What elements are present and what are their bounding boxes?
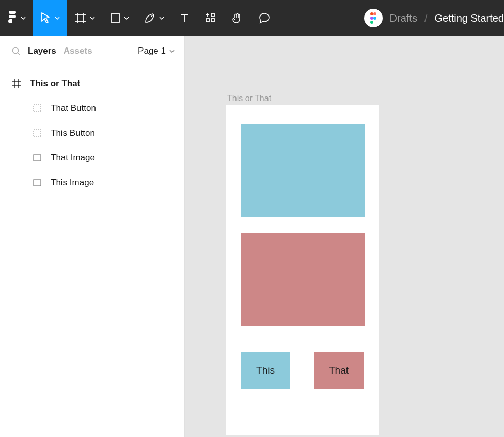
chevron-down-icon (124, 17, 129, 20)
pen-tool-button[interactable] (136, 0, 171, 36)
chevron-down-icon (90, 17, 95, 20)
artboard-this-or-that[interactable]: This That (226, 105, 379, 435)
text-tool-button[interactable] (171, 0, 197, 36)
layer-row-child[interactable]: This Button (0, 121, 184, 145)
svg-point-13 (370, 21, 373, 24)
frame-tool-button[interactable] (67, 0, 102, 36)
breadcrumb-separator: / (424, 12, 428, 24)
page-selector[interactable]: Page 1 (138, 46, 175, 56)
figma-logo-badge (364, 9, 383, 27)
svg-point-12 (373, 17, 376, 20)
svg-rect-7 (211, 19, 214, 22)
canvas[interactable]: This or That This That (185, 36, 504, 437)
breadcrumb-drafts[interactable]: Drafts (390, 12, 417, 24)
rectangle-icon (32, 179, 42, 186)
layer-label: This Image (51, 177, 94, 188)
layer-tree: This or That That Button This Button Tha… (0, 66, 184, 195)
layer-row-child[interactable]: That Button (0, 96, 184, 121)
svg-point-11 (370, 17, 373, 20)
text-tool-icon (179, 12, 190, 24)
svg-point-0 (13, 15, 16, 18)
svg-rect-22 (34, 155, 41, 161)
move-tool-button[interactable] (33, 0, 67, 36)
svg-rect-6 (206, 19, 209, 22)
page-selector-label: Page 1 (138, 46, 166, 56)
layer-label: That Button (51, 103, 96, 114)
chevron-down-icon (21, 17, 26, 20)
layer-label: This or That (30, 78, 80, 89)
rectangle-icon (32, 154, 42, 161)
main-menu-button[interactable] (0, 0, 33, 36)
rectangle-tool-icon (109, 12, 121, 24)
panel-header: Layers Assets Page 1 (0, 36, 184, 66)
svg-rect-20 (34, 105, 41, 112)
svg-point-10 (373, 12, 376, 15)
layer-row-child[interactable]: This Image (0, 170, 184, 195)
svg-point-14 (13, 47, 19, 53)
chevron-down-icon (169, 49, 175, 53)
tab-layers[interactable]: Layers (28, 46, 56, 56)
resources-tool-button[interactable] (197, 0, 224, 36)
move-tool-icon (40, 12, 52, 24)
that-button[interactable]: That (314, 352, 364, 389)
that-image-rect[interactable] (241, 233, 365, 326)
layer-label: That Image (51, 153, 95, 163)
hand-tool-button[interactable] (224, 0, 251, 36)
this-button[interactable]: This (241, 352, 290, 389)
component-icon (32, 129, 42, 137)
comment-icon (258, 12, 271, 24)
component-icon (32, 104, 42, 112)
document-breadcrumb: Drafts / Getting Started (364, 9, 504, 27)
tab-assets[interactable]: Assets (64, 46, 92, 56)
chevron-down-icon (55, 17, 60, 20)
comment-tool-button[interactable] (251, 0, 278, 36)
svg-rect-8 (211, 13, 214, 17)
svg-rect-21 (34, 130, 41, 137)
left-panel: Layers Assets Page 1 This or That (0, 36, 185, 437)
shape-tool-button[interactable] (102, 0, 136, 36)
layer-row-child[interactable]: That Image (0, 145, 184, 170)
svg-rect-23 (34, 180, 41, 186)
layer-label: This Button (51, 128, 95, 138)
chevron-down-icon (159, 17, 164, 20)
hand-tool-icon (231, 12, 244, 24)
search-icon[interactable] (11, 46, 21, 56)
pen-tool-icon (144, 12, 156, 24)
resources-icon (204, 12, 217, 24)
this-image-rect[interactable] (241, 124, 365, 217)
frame-icon (11, 79, 22, 88)
svg-rect-5 (111, 14, 119, 22)
top-toolbar: Drafts / Getting Started (0, 0, 504, 36)
canvas-frame-label[interactable]: This or That (227, 94, 271, 103)
that-button-label: That (329, 365, 349, 376)
layer-row-frame[interactable]: This or That (0, 71, 184, 96)
breadcrumb-file-name[interactable]: Getting Started (434, 12, 504, 24)
frame-tool-icon (74, 12, 87, 24)
svg-point-9 (370, 12, 373, 15)
this-button-label: This (256, 365, 275, 376)
figma-logo-icon (7, 11, 18, 25)
svg-line-15 (18, 53, 20, 55)
